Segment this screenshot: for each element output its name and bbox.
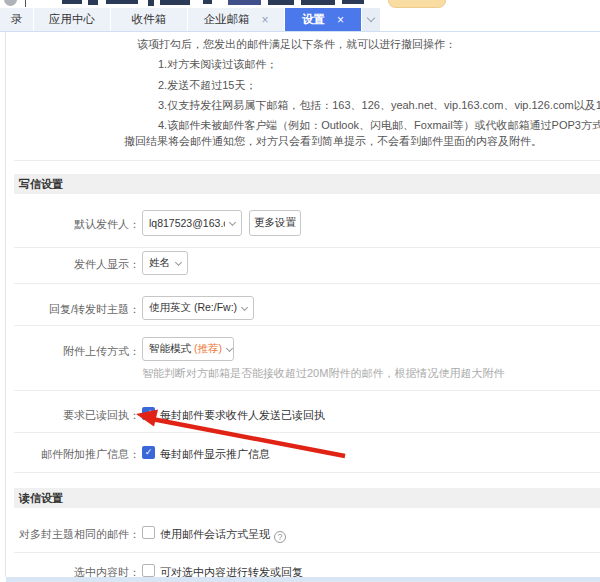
chevron-down-icon — [367, 14, 375, 22]
clipped-browser-chrome — [0, 0, 600, 8]
tab-settings[interactable]: 设置 × — [285, 8, 361, 31]
row-divider — [14, 247, 600, 248]
page-bottom-edge — [6, 577, 600, 582]
row-divider — [14, 472, 600, 473]
field-label-sender-display: 发件人显示： — [0, 257, 140, 272]
tab-label: 录 — [11, 12, 23, 27]
field-label-promo-info: 邮件附加推广信息： — [0, 447, 140, 462]
promo-info-checkbox[interactable]: ✓ — [142, 446, 155, 459]
field-label-reply-subject: 回复/转发时主题： — [0, 302, 140, 317]
mail-settings-page: 录 应用中心 收件箱 企业邮箱 × 设置 × 该项打勾后，您发出的邮件满足以下条… — [0, 0, 600, 582]
select-value: 姓名 — [149, 256, 170, 270]
tab-bar-underline — [0, 31, 600, 32]
recall-condition: 2.发送不超过15天； — [158, 78, 256, 93]
field-label-read-receipt: 要求已读回执： — [0, 408, 140, 423]
recall-intro: 该项打勾后，您发出的邮件满足以下条件，就可以进行撤回操作： — [137, 37, 456, 52]
select-value: 智能模式 — [149, 342, 191, 356]
close-icon[interactable]: × — [337, 14, 344, 26]
field-label-default-sender: 默认发件人： — [0, 217, 140, 232]
text-fragment — [62, 0, 82, 4]
tab-enterprise-mail[interactable]: 企业邮箱 × — [188, 8, 284, 31]
text-fragment — [342, 0, 364, 4]
tab-label: 应用中心 — [49, 12, 95, 27]
text-fragment — [160, 0, 190, 5]
tab-overflow-button[interactable] — [362, 8, 380, 31]
text-fragment — [301, 0, 335, 5]
compose-settings-header: 写信设置 — [14, 174, 600, 194]
chevron-down-icon — [175, 258, 182, 265]
promo-info-checkbox-label: 每封邮件显示推广信息 — [160, 447, 270, 462]
section-divider — [14, 160, 600, 161]
divider-fragment — [25, 0, 26, 7]
row-divider — [14, 432, 600, 433]
row-divider — [14, 325, 600, 326]
tab-label: 收件箱 — [132, 12, 167, 27]
row-divider — [14, 552, 600, 553]
tab-label: 企业邮箱 — [203, 12, 249, 27]
default-sender-select[interactable]: lq817523@163.com — [142, 210, 242, 236]
chevron-down-icon — [226, 344, 233, 351]
reply-subject-select[interactable]: 使用英文 (Re:/Fw:) — [142, 296, 254, 320]
text-fragment — [268, 0, 294, 5]
check-icon: ✓ — [145, 409, 153, 418]
check-icon: ✓ — [145, 448, 153, 457]
sender-display-select[interactable]: 姓名 — [142, 251, 188, 275]
text-fragment — [148, 0, 154, 6]
tab-label: 设置 — [302, 12, 325, 27]
text-fragment — [106, 0, 138, 4]
conversation-checkbox[interactable] — [142, 526, 155, 539]
chevron-down-icon — [241, 303, 248, 310]
row-divider — [14, 390, 600, 391]
read-settings-header: 读信设置 — [14, 488, 600, 508]
more-settings-button[interactable]: 更多设置 — [249, 210, 301, 236]
clipped-badge — [388, 0, 446, 8]
selection-checkbox[interactable] — [142, 564, 155, 577]
recall-condition: 1.对方未阅读过该邮件； — [158, 57, 277, 72]
recall-condition: 3.仅支持发往网易属下邮箱，包括：163、126、yeah.net、vip.16… — [158, 98, 600, 113]
tab-inbox[interactable]: 收件箱 — [111, 8, 187, 31]
field-label-conversation: 对多封主题相同的邮件： — [0, 527, 140, 542]
tab-bar: 录 应用中心 收件箱 企业邮箱 × 设置 × — [0, 8, 600, 31]
tab-contacts-partial[interactable]: 录 — [0, 8, 33, 31]
help-icon[interactable]: ? — [274, 531, 286, 543]
text-fragment — [203, 0, 212, 4]
recall-footer: 撤回结果将会邮件通知您，对方只会看到简单提示，不会看到邮件里面的内容及附件。 — [124, 134, 542, 149]
recall-condition: 4.该邮件未被邮件客户端（例如：Outlook、闪电邮、Foxmail等）或代收… — [158, 118, 600, 133]
text-fragment — [228, 0, 261, 5]
conversation-checkbox-label: 使用邮件会话方式呈现? — [160, 527, 286, 543]
tab-app-center[interactable]: 应用中心 — [34, 8, 110, 31]
read-receipt-checkbox-label: 每封邮件要求收件人发送已读回执 — [160, 408, 325, 423]
attachment-mode-select[interactable]: 智能模式 (推荐) — [142, 337, 234, 361]
select-value: 使用英文 (Re:/Fw:) — [149, 301, 237, 315]
field-label-attachment-mode: 附件上传方式： — [0, 344, 140, 359]
text-fragment — [88, 0, 98, 5]
row-divider — [14, 283, 600, 284]
read-receipt-checkbox[interactable]: ✓ — [142, 407, 155, 420]
close-icon[interactable]: × — [261, 14, 268, 26]
avatar-fragment — [4, 0, 17, 6]
select-value: lq817523@163.com — [149, 217, 225, 229]
recommended-badge: (推荐) — [194, 342, 222, 356]
chevron-down-icon — [229, 218, 236, 225]
attachment-mode-hint: 智能判断对方邮箱是否能接收超过20M附件的邮件，根据情况使用超大附件 — [142, 366, 504, 381]
